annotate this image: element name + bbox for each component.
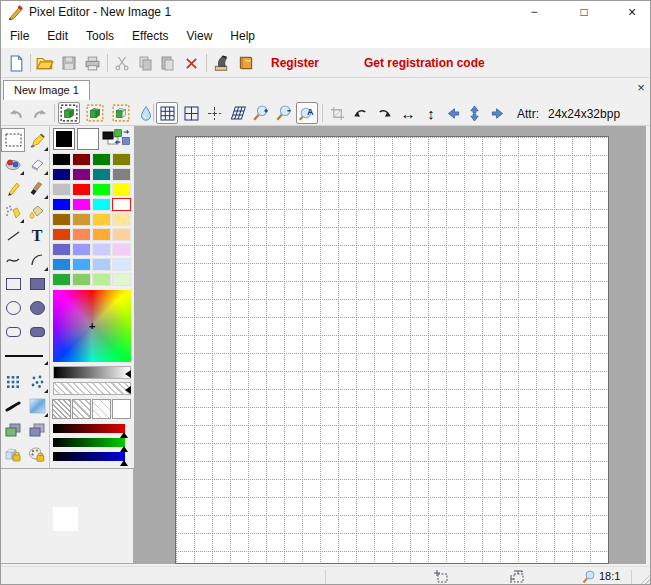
pattern-matrix-tool[interactable] bbox=[1, 370, 25, 394]
line-tool[interactable] bbox=[1, 224, 25, 248]
color-swatch[interactable] bbox=[92, 213, 111, 226]
color-swatch[interactable] bbox=[112, 168, 131, 181]
pattern-dense[interactable] bbox=[52, 399, 71, 419]
pattern-solid[interactable] bbox=[112, 399, 131, 419]
minimize-button[interactable]: − bbox=[514, 1, 554, 24]
color-swatch[interactable] bbox=[72, 273, 91, 286]
color-swatch[interactable] bbox=[72, 198, 91, 211]
new-button[interactable] bbox=[5, 52, 27, 74]
fill-tool[interactable] bbox=[25, 200, 49, 224]
grid-coarse-button[interactable] bbox=[180, 102, 202, 124]
ellipse-outline-tool[interactable] bbox=[1, 296, 25, 320]
line-width-button[interactable] bbox=[1, 344, 49, 366]
print-button[interactable] bbox=[81, 52, 103, 74]
color-swatch[interactable] bbox=[52, 243, 71, 256]
cut-button[interactable] bbox=[111, 52, 133, 74]
menu-view[interactable]: View bbox=[178, 26, 222, 46]
redo-button[interactable] bbox=[29, 102, 51, 124]
tab-close-icon[interactable]: × bbox=[633, 80, 649, 96]
brush-tool[interactable] bbox=[25, 176, 49, 200]
color-swatch[interactable] bbox=[112, 213, 131, 226]
color-swatch[interactable] bbox=[92, 153, 111, 166]
arc-tool[interactable] bbox=[25, 248, 49, 272]
color-swatch[interactable] bbox=[92, 183, 111, 196]
blue-slider[interactable] bbox=[53, 452, 125, 461]
resize-canvas-button[interactable] bbox=[463, 102, 485, 124]
registration-book-button[interactable] bbox=[235, 52, 257, 74]
alpha-slider[interactable] bbox=[53, 382, 131, 395]
maximize-button[interactable]: □ bbox=[564, 1, 604, 24]
shift-right-button[interactable] bbox=[487, 102, 507, 124]
color-swatch[interactable] bbox=[52, 258, 71, 271]
color-swatch[interactable] bbox=[52, 273, 71, 286]
gradient-tool[interactable] bbox=[25, 394, 49, 418]
background-color-swatch[interactable] bbox=[77, 128, 99, 150]
curve-tool[interactable] bbox=[1, 248, 25, 272]
lock-palette-tool[interactable] bbox=[25, 442, 49, 466]
color-swatch[interactable] bbox=[112, 243, 131, 256]
green-slider[interactable] bbox=[53, 438, 125, 447]
pattern-medium[interactable] bbox=[72, 399, 91, 419]
color-swatch[interactable] bbox=[52, 213, 71, 226]
resize-grip[interactable] bbox=[639, 573, 651, 585]
save-button[interactable] bbox=[58, 52, 80, 74]
pixel-canvas[interactable] bbox=[175, 136, 609, 564]
menu-effects[interactable]: Effects bbox=[123, 26, 177, 46]
color-swatch[interactable] bbox=[72, 243, 91, 256]
color-swatch[interactable] bbox=[72, 153, 91, 166]
paste-button[interactable] bbox=[156, 52, 178, 74]
color-picker-tool[interactable] bbox=[25, 128, 49, 152]
close-button[interactable]: × bbox=[612, 1, 651, 24]
color-swatch[interactable] bbox=[72, 258, 91, 271]
select-rectangle-tool[interactable] bbox=[1, 128, 25, 152]
red-slider[interactable] bbox=[53, 424, 125, 433]
grayscale-slider[interactable] bbox=[53, 366, 131, 379]
zoom-actual-button[interactable]: A bbox=[296, 102, 318, 124]
zoom-in-button[interactable] bbox=[250, 102, 272, 124]
color-swatch[interactable] bbox=[92, 243, 111, 256]
color-swatch[interactable] bbox=[112, 258, 131, 271]
rotate-left-button[interactable] bbox=[349, 102, 371, 124]
selection-transparent-button[interactable] bbox=[84, 102, 106, 124]
paste-shape-tool[interactable] bbox=[25, 418, 49, 442]
color-swatch[interactable] bbox=[112, 153, 131, 166]
zoom-out-button[interactable] bbox=[273, 102, 295, 124]
color-replacer-tool[interactable] bbox=[1, 152, 25, 176]
undo-button[interactable] bbox=[4, 102, 26, 124]
color-swatch[interactable] bbox=[112, 183, 131, 196]
rounded-rect-filled-tool[interactable] bbox=[25, 320, 49, 344]
rounded-rect-outline-tool[interactable] bbox=[1, 320, 25, 344]
copy-button[interactable] bbox=[134, 52, 156, 74]
alpha-marker[interactable] bbox=[125, 386, 131, 394]
open-button[interactable] bbox=[34, 52, 56, 74]
blue-slider-marker[interactable] bbox=[120, 460, 128, 466]
color-swatch[interactable] bbox=[92, 198, 111, 211]
grid-fine-button[interactable] bbox=[156, 102, 178, 124]
stroke-tool[interactable] bbox=[1, 394, 25, 418]
color-swatch[interactable] bbox=[52, 153, 71, 166]
delete-button[interactable] bbox=[180, 52, 202, 74]
grayscale-marker[interactable] bbox=[125, 370, 131, 378]
rotate-right-button[interactable] bbox=[373, 102, 395, 124]
ellipse-filled-tool[interactable] bbox=[25, 296, 49, 320]
color-swatch[interactable] bbox=[52, 183, 71, 196]
menu-help[interactable]: Help bbox=[221, 26, 264, 46]
grid-perspective-button[interactable] bbox=[226, 102, 248, 124]
color-swatch[interactable] bbox=[72, 213, 91, 226]
crop-button[interactable] bbox=[326, 102, 348, 124]
color-swatch[interactable] bbox=[92, 273, 111, 286]
selection-halftone-button[interactable] bbox=[110, 102, 132, 124]
menu-tools[interactable]: Tools bbox=[77, 26, 123, 46]
color-swatch[interactable] bbox=[112, 198, 131, 211]
color-swatch[interactable] bbox=[72, 168, 91, 181]
register-button[interactable] bbox=[210, 52, 232, 74]
tab-new-image-1[interactable]: New Image 1 bbox=[3, 80, 90, 100]
get-registration-code-link[interactable]: Get registration code bbox=[364, 56, 485, 70]
pattern-light[interactable] bbox=[92, 399, 111, 419]
grid-crosshair-button[interactable] bbox=[203, 102, 225, 124]
rectangle-filled-tool[interactable] bbox=[25, 272, 49, 296]
color-swatch[interactable] bbox=[52, 198, 71, 211]
color-swatch[interactable] bbox=[72, 228, 91, 241]
register-link[interactable]: Register bbox=[271, 56, 319, 70]
flip-horizontal-button[interactable]: ↔ bbox=[397, 102, 419, 124]
